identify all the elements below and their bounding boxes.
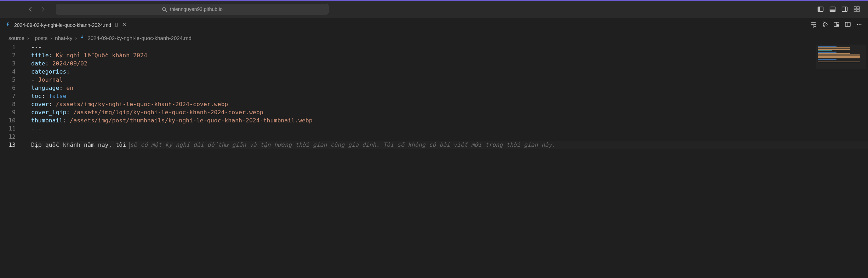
line-number: 1 <box>0 43 16 51</box>
customize-layout-icon[interactable] <box>852 5 861 13</box>
yaml-key: cover <box>31 101 49 108</box>
chevron-right-icon: › <box>50 35 52 41</box>
yaml-key: cover_lqip <box>31 109 66 116</box>
line-number: 7 <box>0 92 16 100</box>
yaml-value: Journal <box>38 76 63 83</box>
line-number: 4 <box>0 68 16 76</box>
inline-suggestion: sẽ có một kỳ nghỉ dài để thư giãn và tận… <box>130 141 555 148</box>
svg-rect-9 <box>854 10 857 12</box>
svg-point-12 <box>823 25 824 27</box>
yaml-value: 2024/09/02 <box>52 60 87 67</box>
layout-controls <box>816 5 864 13</box>
tab-active-file[interactable]: 2024-09-02-ky-nghi-le-quoc-khanh-2024.md… <box>0 18 132 32</box>
line-number: 10 <box>0 116 16 124</box>
tab-git-status: U <box>115 22 118 28</box>
more-actions-icon[interactable] <box>856 21 862 29</box>
breadcrumb[interactable]: source › _posts › nhat-ky › 2024-09-02-k… <box>0 33 868 43</box>
yaml-value: /assets/img/ky-nghi-le-quoc-khanh-2024-c… <box>56 101 228 108</box>
yaml-key: language <box>31 85 59 91</box>
chevron-right-icon: › <box>27 35 29 41</box>
line-number: 6 <box>0 84 16 92</box>
search-icon <box>162 7 167 12</box>
yaml-value: /assets/img/post/thumbnails/ky-nghi-le-q… <box>70 117 312 124</box>
typed-text: Dịp quốc khánh năm nay, tôi <box>31 141 130 148</box>
word-wrap-icon[interactable] <box>811 21 817 29</box>
line-number: 13 <box>0 141 16 149</box>
yaml-key: toc <box>31 93 42 99</box>
code-editor[interactable]: 1 2 3 4 5 6 7 8 9 10 11 12 13 --- title:… <box>0 43 868 149</box>
text-cursor <box>130 142 130 149</box>
line-number: 12 <box>0 133 16 141</box>
svg-point-16 <box>837 24 839 26</box>
line-number: 3 <box>0 59 16 68</box>
tab-close-button[interactable] <box>122 22 127 28</box>
yaml-value: /assets/img/lqip/ky-nghi-le-quoc-khanh-2… <box>73 109 263 116</box>
svg-rect-2 <box>818 7 820 12</box>
open-preview-icon[interactable] <box>833 21 840 29</box>
back-button[interactable] <box>25 4 35 14</box>
tab-filename: 2024-09-02-ky-nghi-le-quoc-khanh-2024.md <box>14 22 111 28</box>
forward-button[interactable] <box>38 4 48 14</box>
svg-point-19 <box>857 24 858 25</box>
svg-rect-5 <box>842 7 847 12</box>
svg-point-20 <box>859 24 860 25</box>
frontmatter-delim: --- <box>31 44 42 51</box>
markdown-file-icon <box>80 35 85 41</box>
url-text: thiennguyen93.github.io <box>170 6 223 12</box>
breadcrumb-part[interactable]: nhat-ky <box>55 35 72 41</box>
line-number-gutter: 1 2 3 4 5 6 7 8 9 10 11 12 13 <box>0 43 24 149</box>
frontmatter-delim: --- <box>31 125 42 132</box>
toggle-secondary-sidebar-icon[interactable] <box>840 5 849 13</box>
svg-point-0 <box>162 7 166 10</box>
window-titlebar: thiennguyen93.github.io <box>0 1 868 18</box>
breadcrumb-part[interactable]: _posts <box>32 35 47 41</box>
yaml-value: Kỳ nghỉ lễ Quốc khánh 2024 <box>56 52 147 59</box>
svg-rect-7 <box>854 7 857 9</box>
yaml-key: thumbnail <box>31 117 63 124</box>
minimap[interactable] <box>816 45 866 69</box>
markdown-file-icon <box>5 22 11 28</box>
yaml-key: date <box>31 60 45 67</box>
yaml-value: en <box>66 85 73 91</box>
editor-tabs: 2024-09-02-ky-nghi-le-quoc-khanh-2024.md… <box>0 18 868 33</box>
svg-point-11 <box>823 22 824 23</box>
yaml-value: false <box>49 93 67 99</box>
yaml-key: categories <box>31 68 66 75</box>
line-number: 11 <box>0 124 16 133</box>
line-number: 2 <box>0 51 16 59</box>
yaml-key: title <box>31 52 49 59</box>
svg-rect-10 <box>857 10 860 12</box>
line-number: 8 <box>0 100 16 108</box>
split-editor-icon[interactable] <box>845 21 851 29</box>
svg-point-13 <box>826 24 827 25</box>
svg-point-21 <box>861 24 862 25</box>
toggle-panel-icon[interactable] <box>828 5 837 13</box>
breadcrumb-part[interactable]: source <box>8 35 24 41</box>
nav-arrows <box>25 4 48 14</box>
toggle-primary-sidebar-icon[interactable] <box>816 5 825 13</box>
chevron-right-icon: › <box>75 35 77 41</box>
line-number: 5 <box>0 76 16 84</box>
svg-rect-4 <box>830 10 835 12</box>
command-center[interactable]: thiennguyen93.github.io <box>56 4 329 15</box>
editor-actions <box>811 18 868 32</box>
compare-changes-icon[interactable] <box>822 21 828 29</box>
code-content[interactable]: --- title: Kỳ nghỉ lễ Quốc khánh 2024 da… <box>24 43 868 149</box>
svg-rect-8 <box>857 7 860 9</box>
line-number: 9 <box>0 108 16 116</box>
breadcrumb-part[interactable]: 2024-09-02-ky-nghi-le-quoc-khanh-2024.md <box>87 35 192 41</box>
